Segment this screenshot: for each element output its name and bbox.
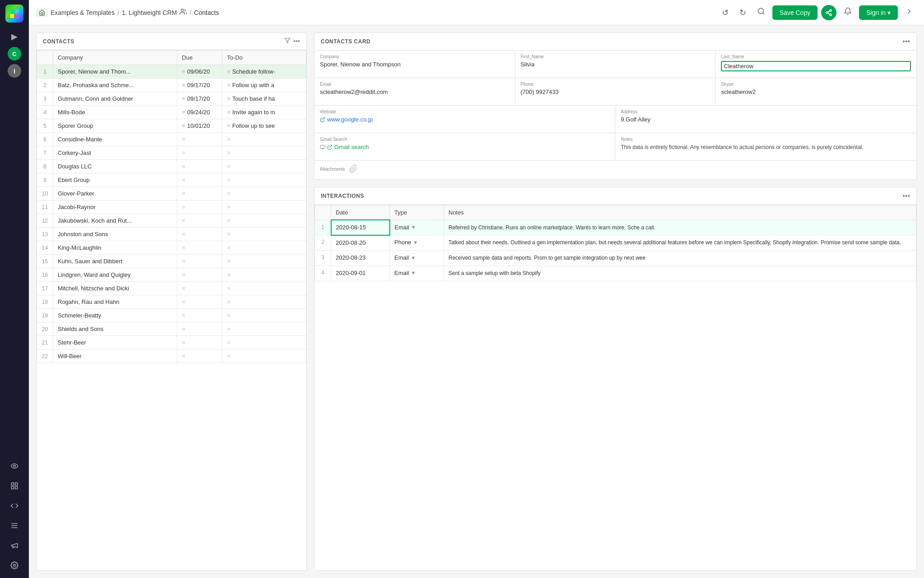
row-due[interactable]: ≡ [177,173,222,187]
row-company[interactable]: Johnston and Sons [53,228,177,241]
row-company[interactable]: Batz, Prohaska and Schme... [53,79,177,92]
table-row[interactable]: 5Sporer Group≡10/01/20≡Follow up to see [37,119,306,133]
row-due[interactable]: ≡09/17/20 [177,92,222,106]
interaction-row[interactable]: 12020-08-15Email▼Referred by Christiane.… [315,220,916,235]
row-todo[interactable]: ≡ [222,255,306,268]
table-row[interactable]: 22Will-Beer≡≡ [37,350,306,363]
row-due[interactable]: ≡ [177,160,222,173]
row-company[interactable]: Lindgren, Ward and Quigley [53,268,177,282]
row-todo[interactable]: ≡ [222,309,306,322]
row-due[interactable]: ≡09/24/20 [177,106,222,119]
row-company[interactable]: Ebert Group [53,173,177,187]
row-due[interactable]: ≡ [177,336,222,350]
row-todo[interactable]: ≡ [222,241,306,255]
row-due[interactable]: ≡ [177,350,222,363]
avatar-i[interactable]: I [8,64,21,78]
row-company[interactable]: Stehr-Beer [53,336,177,350]
sidebar-expand-icon[interactable]: ▶ [9,30,19,43]
avatar-c[interactable]: C [8,47,21,61]
int-row-date[interactable]: 2020-08-23 [331,251,390,266]
breadcrumb-crm[interactable]: 1. Lightweight CRM [122,9,177,16]
app-logo[interactable] [5,5,23,23]
int-row-date[interactable]: 2020-09-01 [331,266,390,281]
dashboard-icon[interactable] [6,478,23,494]
attachment-icon[interactable] [349,164,358,176]
signin-button[interactable]: Sign in ▾ [859,5,898,20]
card-skype-value[interactable]: scleatherow2 [721,89,911,95]
table-row[interactable]: 18Rogahn, Rau and Hahn≡≡ [37,295,306,309]
row-due[interactable]: ≡ [177,228,222,241]
row-todo[interactable]: ≡Follow up with a [222,79,306,92]
table-row[interactable]: 7Corkery-Jast≡≡ [37,146,306,160]
int-row-date[interactable]: 2020-08-20 [331,235,390,251]
card-gmail-link[interactable]: Gmail search [320,144,610,150]
row-due[interactable]: ≡ [177,295,222,309]
table-row[interactable]: 14King-McLaughlin≡≡ [37,241,306,255]
table-row[interactable]: 16Lindgren, Ward and Quigley≡≡ [37,268,306,282]
code-icon[interactable] [6,498,23,514]
card-more-icon[interactable]: ••• [902,37,910,46]
search-button[interactable] [753,5,769,19]
int-row-notes[interactable]: Sent a sample setup with beta Shopify [444,266,916,281]
row-due[interactable]: ≡ [177,241,222,255]
row-due[interactable]: ≡ [177,146,222,160]
table-row[interactable]: 13Johnston and Sons≡≡ [37,228,306,241]
row-due[interactable]: ≡ [177,214,222,228]
table-row[interactable]: 21Stehr-Beer≡≡ [37,336,306,350]
row-due[interactable]: ≡09/17/20 [177,79,222,92]
row-todo[interactable]: ≡Invite again to m [222,106,306,119]
interaction-row[interactable]: 32020-08-23Email▼Received sample data an… [315,251,916,266]
table-row[interactable]: 20Shields and Sons≡≡ [37,322,306,336]
int-row-type[interactable]: Email▼ [390,251,444,266]
eye-icon[interactable] [6,458,23,474]
table-row[interactable]: 19Schmeler-Beatty≡≡ [37,309,306,322]
row-due[interactable]: ≡ [177,268,222,282]
interactions-more-icon[interactable]: ••• [902,192,910,200]
int-row-notes[interactable]: Referred by Christiane. Runs an online m… [444,220,916,235]
row-todo[interactable]: ≡ [222,268,306,282]
table-row[interactable]: 6Considine-Mante≡≡ [37,133,306,146]
row-company[interactable]: Douglas LLC [53,160,177,173]
row-todo[interactable]: ≡ [222,146,306,160]
row-company[interactable]: Corkery-Jast [53,146,177,160]
table-row[interactable]: 4Mills-Bode≡09/24/20≡Invite again to m [37,106,306,119]
breadcrumb-examples[interactable]: Examples & Templates [51,9,115,16]
table-row[interactable]: 10Glover-Parker≡≡ [37,187,306,200]
int-row-notes[interactable]: Talked about their needs. Outlined a gen… [444,235,916,251]
table-row[interactable]: 8Douglas LLC≡≡ [37,160,306,173]
row-company[interactable]: Glover-Parker [53,187,177,200]
row-todo[interactable]: ≡ [222,173,306,187]
row-due[interactable]: ≡09/06/20 [177,65,222,79]
megaphone-icon[interactable] [6,537,23,554]
row-todo[interactable]: ≡ [222,133,306,146]
share-button[interactable] [821,5,836,20]
card-lastname-value[interactable]: Cleatherow [721,61,911,71]
interaction-row[interactable]: 42020-09-01Email▼Sent a sample setup wit… [315,266,916,281]
card-notes-value[interactable]: This data is entirely fictional. Any res… [621,144,911,151]
list-icon[interactable] [6,517,23,534]
more-icon[interactable]: ••• [293,37,300,45]
card-firstname-value[interactable]: Silvia [521,61,710,68]
row-due[interactable]: ≡ [177,187,222,200]
settings-icon[interactable] [6,557,23,573]
row-company[interactable]: King-McLaughlin [53,241,177,255]
row-todo[interactable]: ≡ [222,187,306,200]
row-due[interactable]: ≡ [177,200,222,214]
undo-button[interactable]: ↺ [718,6,732,19]
row-company[interactable]: Schmeler-Beatty [53,309,177,322]
card-phone-value[interactable]: (700) 9927433 [521,89,710,95]
row-todo[interactable]: ≡ [222,214,306,228]
row-company[interactable]: Rogahn, Rau and Hahn [53,295,177,309]
expand-right-button[interactable] [901,5,917,19]
row-company[interactable]: Considine-Mante [53,133,177,146]
row-company[interactable]: Mills-Bode [53,106,177,119]
row-due[interactable]: ≡ [177,282,222,295]
row-company[interactable]: Will-Beer [53,350,177,363]
interaction-row[interactable]: 22020-08-20Phone▼Talked about their need… [315,235,916,251]
row-due[interactable]: ≡ [177,309,222,322]
row-todo[interactable]: ≡ [222,350,306,363]
card-address-value[interactable]: 9 Golf Alley [621,116,911,123]
row-todo[interactable]: ≡Touch base if ha [222,92,306,106]
table-row[interactable]: 3Gutmann, Conn and Goldner≡09/17/20≡Touc… [37,92,306,106]
table-row[interactable]: 11Jacobi-Raynor≡≡ [37,200,306,214]
